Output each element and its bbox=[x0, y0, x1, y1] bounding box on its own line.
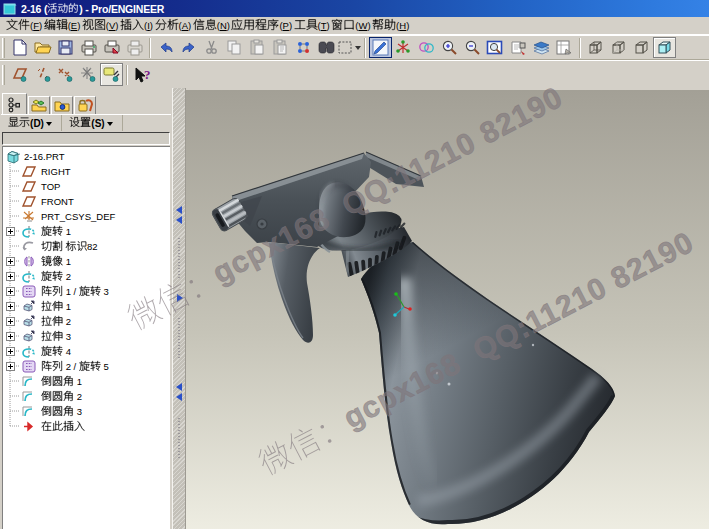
svg-text:?: ? bbox=[144, 67, 151, 82]
